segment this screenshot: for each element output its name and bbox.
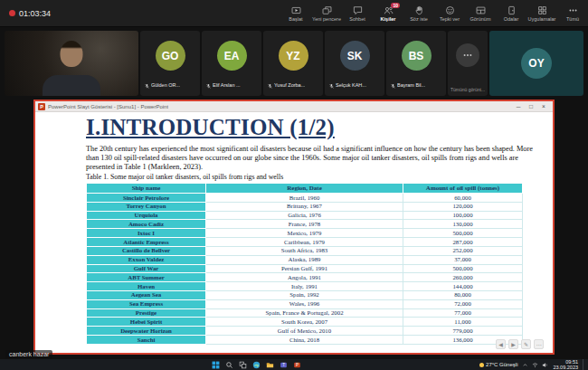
ship-name-cell: Atlantic Empress xyxy=(87,238,206,247)
more-participants-label: Tümünü görünt... xyxy=(450,87,486,92)
wifi-icon[interactable] xyxy=(532,362,538,368)
toolbar-item-label: Odalar xyxy=(504,16,519,22)
more-icon[interactable]: ⋯ xyxy=(534,339,544,349)
toolbar-item-present[interactable]: Başlat xyxy=(280,0,311,26)
participant-tile[interactable]: EAElif Arslan ... xyxy=(202,31,261,96)
taskbar-file-explorer-icon[interactable] xyxy=(265,360,274,369)
minimize-icon[interactable]: ─ xyxy=(512,101,525,111)
table-row: Aegean SeaSpain, 199280,000 xyxy=(87,290,523,299)
mic-muted-icon xyxy=(267,77,273,93)
amount-cell: 100,000 xyxy=(403,211,523,220)
avatar: BS xyxy=(402,41,432,71)
region-date-cell: Alaska, 1989 xyxy=(206,255,403,264)
meeting-toolbar: 01:03:34 BaşlatYeni pencereSohbetKişiler… xyxy=(0,0,588,27)
toolbar-item-label: Kişiler xyxy=(381,16,396,22)
table-row: ABT SummerAngola, 1991260,000 xyxy=(87,273,523,282)
participant-tile-oy[interactable]: OY xyxy=(489,31,583,96)
next-slide-icon[interactable]: ▶ xyxy=(508,339,518,349)
taskbar-teams-app-icon[interactable]: T xyxy=(279,360,288,369)
amount-cell: 37,000 xyxy=(403,255,523,264)
table-row: Hebei SpiritSouth Korea, 200711,000 xyxy=(87,318,523,327)
toolbar-item-apps[interactable]: Uygulamalar xyxy=(526,0,557,26)
taskbar-task-view-icon[interactable] xyxy=(238,360,247,369)
svg-text:T: T xyxy=(282,363,285,367)
table-row: Sea EmpressWales, 199672,000 xyxy=(87,299,523,308)
toolbar-item-rooms[interactable]: Odalar xyxy=(496,0,526,26)
presenter-silhouette-head xyxy=(61,41,83,67)
avatar: GO xyxy=(156,41,185,71)
participant-tile[interactable]: GOGülden OR... xyxy=(140,31,200,96)
table-header-cell: Region, Date xyxy=(206,184,403,194)
pen-icon[interactable]: ✎ xyxy=(521,339,531,349)
chat-icon xyxy=(353,5,363,15)
ship-name-cell: Sea Empress xyxy=(87,299,206,308)
close-icon[interactable]: × xyxy=(537,101,550,111)
table-row: HavenItaly, 1991144,000 xyxy=(87,282,523,291)
ship-name-cell: Sanchi xyxy=(87,336,206,345)
toolbar-item-label: Tümü xyxy=(566,16,579,22)
table-row: Exxon ValdezAlaska, 198937,000 xyxy=(87,255,523,264)
toolbar-item-view[interactable]: Görünüm xyxy=(465,0,496,26)
taskbar-clock[interactable]: 09:51 23.09.2023 xyxy=(553,359,578,370)
prev-slide-icon[interactable]: ◀ xyxy=(496,339,506,349)
ship-name-cell: Torrey Canyon xyxy=(87,202,206,211)
more-icon xyxy=(568,5,578,15)
toolbar-item-raise-hand[interactable]: Söz iste xyxy=(403,0,434,26)
participant-tile[interactable]: BSBayram Bil... xyxy=(386,31,446,96)
participant-tile[interactable]: YZYusuf Zorba... xyxy=(263,31,323,96)
taskbar-start-icon[interactable] xyxy=(211,360,220,369)
maximize-icon[interactable]: □ xyxy=(525,101,537,111)
table-row: UrquiolaGalicia, 1976100,000 xyxy=(87,211,523,220)
amount-cell: 72,000 xyxy=(403,299,523,308)
new-window-icon xyxy=(322,5,332,15)
apps-icon xyxy=(537,5,547,15)
table-row: Torrey CanyonBrittany, 1967120,000 xyxy=(87,202,523,211)
table-row: SanchiChina, 2018136,000 xyxy=(87,336,523,345)
sun-icon xyxy=(479,363,484,367)
toolbar-actions: BaşlatYeni pencereSohbetKişiler10Söz ist… xyxy=(280,0,588,26)
oil-spill-table: Ship nameRegion, DateAmount of oil spill… xyxy=(86,183,523,345)
region-date-cell: Gulf of Mexico, 2010 xyxy=(206,327,403,336)
participant-name: Gülden OR... xyxy=(151,82,180,88)
volume-icon[interactable] xyxy=(542,362,548,368)
mic-muted-icon xyxy=(390,77,396,93)
region-date-cell: Spain, France & Portugal, 2002 xyxy=(206,308,403,318)
taskbar-powerpoint-app-icon[interactable]: P xyxy=(292,360,301,369)
participant-name: Yusuf Zorba... xyxy=(274,82,305,88)
ship-name-cell: Prestige xyxy=(87,308,206,318)
table-caption: Table 1. Some major oil tanker disasters… xyxy=(86,173,283,181)
region-date-cell: China, 2018 xyxy=(206,336,403,345)
view-icon xyxy=(476,5,486,15)
amount-cell: 60,000 xyxy=(403,194,523,203)
window-controls: ─□× xyxy=(512,101,550,111)
weather-widget[interactable]: 27°C Güneşli xyxy=(479,362,517,367)
amount-cell: 260,000 xyxy=(403,273,523,282)
amount-cell: 500,000 xyxy=(403,229,523,238)
taskbar-edge-icon[interactable] xyxy=(251,360,261,369)
taskbar-search-icon[interactable] xyxy=(224,360,233,369)
ship-name-cell: Amoco Cadiz xyxy=(87,220,206,229)
toolbar-item-label: Sohbet xyxy=(349,16,365,22)
react-icon xyxy=(445,5,455,15)
show-desktop-button[interactable] xyxy=(583,359,585,370)
ship-name-cell: Hebei Spirit xyxy=(87,318,206,327)
table-row: Deepwater HorizonGulf of Mexico, 2010779… xyxy=(87,327,523,336)
table-header-cell: Amount of oil spill (tonnes) xyxy=(403,184,523,194)
ship-name-cell: Ixtoc I xyxy=(87,229,206,238)
webcam-tile[interactable] xyxy=(5,31,138,96)
windows-taskbar: TP 27°C Güneşli 09:51 23.09.2023 xyxy=(0,359,588,370)
toolbar-item-chat[interactable]: Sohbet xyxy=(342,0,373,26)
toolbar-item-more[interactable]: Tümü xyxy=(557,0,588,26)
present-icon xyxy=(291,5,301,15)
ship-name-cell: Aegean Sea xyxy=(87,290,206,299)
toolbar-item-label: Başlat xyxy=(289,16,302,22)
more-participants-tile[interactable]: Tümünü görünt... xyxy=(448,31,488,96)
toolbar-item-new-window[interactable]: Yeni pencere xyxy=(311,0,342,26)
toolbar-item-react[interactable]: Tepki ver xyxy=(434,0,465,26)
raise-hand-icon xyxy=(414,5,424,15)
amount-cell: 80,000 xyxy=(403,290,523,299)
participant-tile[interactable]: SKSelçuk KAH... xyxy=(325,31,384,96)
chevron-up-icon[interactable] xyxy=(522,362,528,368)
toolbar-item-people[interactable]: Kişiler10 xyxy=(373,0,403,26)
ship-name-cell: Deepwater Horizon xyxy=(87,327,206,336)
